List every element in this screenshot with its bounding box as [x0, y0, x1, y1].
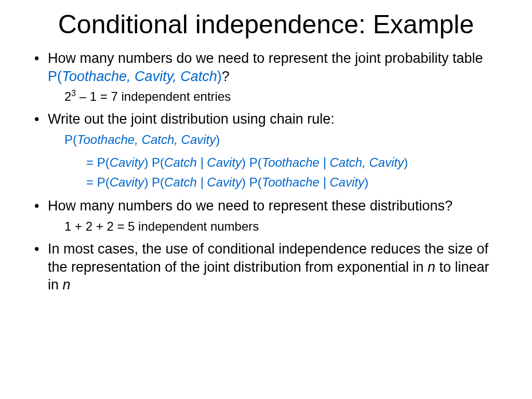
question-mark: ?: [222, 69, 230, 84]
p2o2: P(: [152, 175, 164, 189]
b4a: In most cases, the use of conditional in…: [48, 241, 488, 275]
p2c2: ): [242, 175, 249, 189]
v2b: Catch | Cavity: [164, 175, 242, 189]
v3: Toothache | Catch, Cavity: [262, 155, 404, 169]
eq2: =: [86, 175, 97, 189]
v2: Catch | Cavity: [164, 155, 242, 169]
v1b: Cavity: [110, 175, 144, 189]
n2: n: [63, 277, 71, 292]
p3o: P(: [249, 155, 262, 169]
slide: Conditional independence: Example How ma…: [0, 0, 532, 399]
p-close: ): [216, 132, 220, 147]
prob-vars: Toothache, Cavity, Catch: [62, 69, 217, 84]
bullet-list: How many numbers do we need to represent…: [31, 49, 501, 294]
bullet-3: How many numbers do we need to represent…: [31, 197, 501, 215]
p2o: P(: [152, 155, 164, 169]
p1o2: P(: [97, 175, 110, 189]
bullet-1: How many numbers do we need to represent…: [31, 49, 501, 85]
sub-3: 1 + 2 + 2 = 5 independent numbers: [31, 218, 501, 235]
sub3-text: 1 + 2 + 2 = 5 independent numbers: [64, 219, 259, 233]
p1c: ): [144, 155, 152, 169]
bullet-3-text: How many numbers do we need to represent…: [48, 198, 453, 214]
p2c: ): [242, 155, 249, 169]
p3c2: ): [364, 175, 368, 189]
n1: n: [428, 259, 435, 275]
eq1: =: [86, 155, 97, 169]
p1c2: ): [144, 175, 152, 189]
prob-open: P(: [48, 69, 62, 84]
p3o2: P(: [249, 175, 262, 189]
bullet-4: In most cases, the use of conditional in…: [31, 240, 501, 294]
p1o: P(: [97, 155, 110, 169]
two: 2: [64, 89, 71, 103]
sub1-rest: – 1 = 7 independent entries: [76, 89, 231, 103]
p-open: P(: [64, 132, 77, 147]
chain-lhs: P(Toothache, Catch, Cavity): [31, 131, 501, 148]
prob-close: ): [217, 69, 222, 84]
slide-title: Conditional independence: Example: [31, 9, 501, 40]
bullet-1-text: How many numbers do we need to represent…: [48, 50, 483, 66]
bullet-2: Write out the joint distribution using c…: [31, 110, 501, 128]
bullet-2-text: Write out the joint distribution using c…: [48, 111, 335, 127]
v3b: Toothache | Cavity: [262, 175, 364, 189]
chain-line-1: = P(Cavity) P(Catch | Cavity) P(Toothach…: [31, 153, 501, 172]
lhs-vars: Toothache, Catch, Cavity: [77, 132, 216, 147]
chain-line-2: = P(Cavity) P(Catch | Cavity) P(Toothach…: [31, 173, 501, 192]
exponent-3: 3: [71, 89, 76, 98]
p3c: ): [404, 155, 408, 169]
sub-1: 23 – 1 = 7 independent entries: [31, 88, 501, 105]
v1: Cavity: [110, 155, 144, 169]
